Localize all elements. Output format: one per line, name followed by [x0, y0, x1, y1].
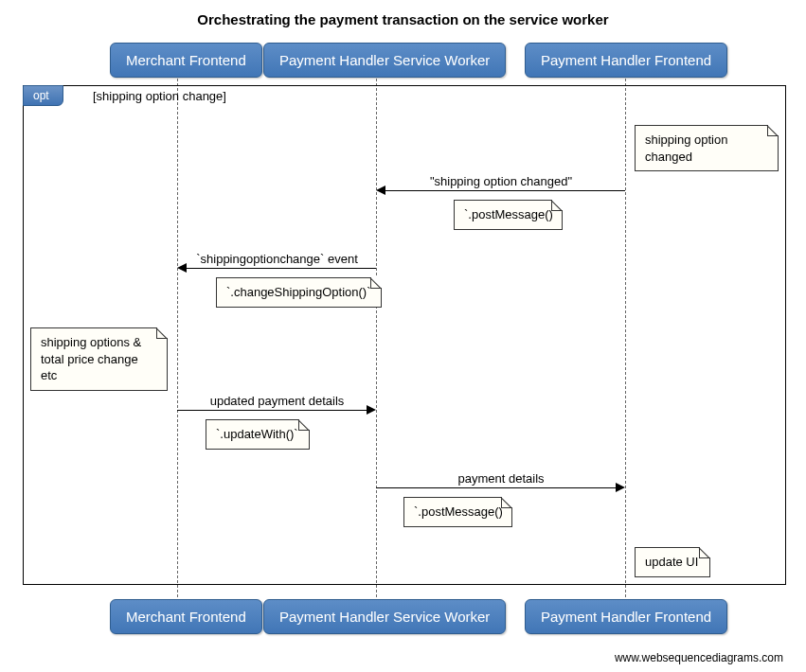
arrow-head-4: [616, 483, 625, 492]
participant-ph-frontend-bottom: Payment Handler Frontend: [525, 599, 727, 634]
opt-fragment-label: opt: [23, 85, 63, 106]
opt-fragment-guard: [shipping option change]: [93, 89, 226, 103]
watermark: www.websequencediagrams.com: [615, 651, 783, 664]
note-text: shipping options & total price change et…: [41, 335, 141, 382]
arrow-line-4: [376, 487, 622, 488]
note-text: `.updateWith()`: [216, 427, 298, 441]
participant-merchant-top: Merchant Frontend: [110, 43, 262, 78]
note-shipping-option-changed: shipping option changed: [635, 125, 779, 171]
note-text: `.postMessage()`: [414, 504, 507, 519]
note-text: `.postMessage()`: [464, 207, 557, 221]
note-shipping-options-total: shipping options & total price change et…: [30, 327, 168, 391]
msg-shipping-option-changed: "shipping option changed": [379, 174, 623, 188]
note-postmessage-2: `.postMessage()`: [403, 497, 512, 527]
note-postmessage-1: `.postMessage()`: [454, 200, 563, 230]
note-text: `.changeShippingOption()`: [226, 285, 370, 299]
note-changeshippingoption: `.changeShippingOption()`: [216, 277, 382, 308]
participant-merchant-bottom: Merchant Frontend: [110, 599, 262, 634]
arrow-line-1: [379, 190, 625, 191]
note-text: update UI: [645, 555, 698, 569]
participant-ph-frontend-top: Payment Handler Frontend: [525, 43, 727, 78]
arrow-line-2: [180, 268, 376, 269]
msg-updated-payment-details: updated payment details: [180, 394, 374, 408]
participant-sw-bottom: Payment Handler Service Worker: [263, 599, 506, 634]
arrow-head-1: [376, 186, 385, 195]
note-update-ui: update UI: [635, 547, 710, 577]
msg-shippingoptionchange-event: `shippingoptionchange` event: [180, 252, 374, 266]
arrow-head-2: [177, 263, 187, 273]
note-updatewith: `.updateWith()`: [206, 419, 310, 450]
arrow-head-3: [367, 405, 376, 415]
arrow-line-3: [177, 410, 373, 411]
msg-payment-details: payment details: [379, 471, 623, 486]
note-text: shipping option changed: [645, 133, 727, 164]
participant-sw-top: Payment Handler Service Worker: [263, 43, 506, 78]
diagram-title: Orchestrating the payment transaction on…: [0, 11, 806, 27]
